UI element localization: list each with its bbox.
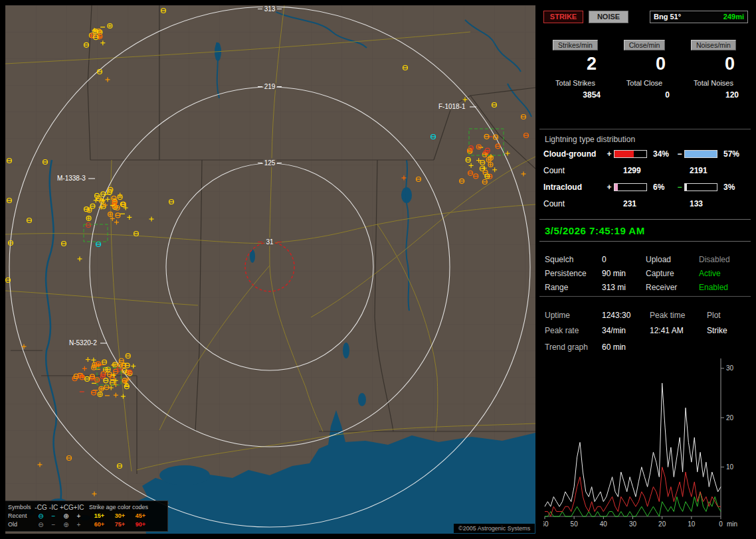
cg-count-label: Count: [543, 166, 623, 175]
total-close-value: 0: [610, 90, 679, 100]
receiver-value: Enabled: [699, 283, 745, 292]
ic-count-row: Count 231 133: [539, 195, 751, 212]
cg-plus-count: 1299: [623, 166, 690, 175]
close-column: Close/min 0 Total Close 0: [610, 40, 679, 100]
trend-window-value: 60 min: [602, 343, 745, 352]
age-15: 15+: [89, 512, 110, 520]
persistence-value: 90 min: [602, 269, 646, 278]
bearing-distance: 249mi: [723, 13, 744, 21]
svg-text:M-1338-3: M-1338-3: [57, 175, 86, 182]
trend-graph-label: Trend graph: [545, 343, 602, 352]
persistence-label: Persistence: [545, 269, 602, 278]
status-grid: Squelch 0 Upload Disabled Persistence 90…: [539, 248, 751, 292]
ic-plus-pct: 6%: [650, 183, 675, 192]
noises-per-min-value: 0: [679, 54, 748, 75]
strikes-per-min-button[interactable]: Strikes/min: [553, 40, 598, 50]
total-close-label: Total Close: [610, 79, 679, 87]
svg-text:40: 40: [600, 520, 608, 528]
total-noises-value: 120: [679, 90, 748, 100]
minus-sign: −: [675, 183, 684, 192]
cg-plus-bar: [614, 150, 647, 158]
distribution-title: Lightning type distribution: [539, 131, 751, 145]
status-sidebar: STRIKE NOISE Bng 51° 249mi Strikes/min 2…: [539, 5, 751, 534]
map-panel[interactable]: F-1018-1M-1338-3N-5320-231321912531 Symb…: [5, 5, 535, 534]
distribution-section: Lightning type distribution Cloud-ground…: [539, 131, 751, 212]
svg-text:50: 50: [571, 520, 579, 528]
legend-col-mic: -IC: [47, 503, 60, 512]
noises-column: Noises/min 0 Total Noises 120: [679, 40, 748, 100]
age-60: 60+: [89, 520, 110, 529]
stats-grid: Uptime 1243:30 Peak time Plot Peak rate …: [539, 301, 751, 335]
squelch-value: 0: [602, 255, 646, 264]
close-per-min-value: 0: [610, 54, 679, 75]
age-75: 75+: [110, 520, 130, 529]
svg-text:313: 313: [264, 5, 276, 13]
total-noises-label: Total Noises: [679, 79, 748, 87]
peak-time-value: 12:41 AM: [650, 326, 707, 335]
intracloud-row: Intracloud + 6% − 3%: [539, 179, 751, 195]
svg-text:10: 10: [688, 520, 696, 528]
peak-time-label: Peak time: [650, 311, 707, 320]
cg-minus-count: 2191: [690, 166, 747, 175]
legend-age-header: Strike age color codes: [89, 503, 151, 512]
receiver-label: Receiver: [646, 283, 699, 292]
ic-minus-count: 133: [690, 199, 747, 208]
plus-cg-old-icon: ⊕: [60, 520, 72, 529]
legend-symbols-header: Symbols: [8, 503, 35, 512]
plus-cg-recent-icon: ⊕: [60, 512, 72, 520]
noise-mode-button[interactable]: NOISE: [589, 11, 628, 23]
capture-value: Active: [699, 269, 745, 278]
ic-minus-bar: [684, 183, 717, 191]
age-45: 45+: [130, 512, 151, 520]
legend-old-row: Old⊖−⊕+60+75+90+: [8, 520, 165, 529]
minus-cg-old-icon: ⊖: [35, 520, 47, 529]
minus-ic-recent-icon: −: [47, 512, 60, 520]
cg-minus-pct: 57%: [720, 149, 747, 159]
squelch-label: Squelch: [545, 255, 602, 264]
total-strikes-value: 3854: [541, 90, 610, 100]
legend-old-label: Old: [8, 520, 35, 529]
map-canvas[interactable]: F-1018-1M-1338-3N-5320-231321912531: [5, 5, 535, 534]
mode-toolbar: STRIKE NOISE Bng 51° 249mi: [543, 9, 748, 24]
legend-recent-row: Recent⊖−⊕+15+30+45+: [8, 512, 165, 520]
age-90: 90+: [130, 520, 151, 529]
legend-col-mcg: -CG: [35, 503, 47, 512]
cloud-ground-row: Cloud-ground + 34% − 57%: [539, 145, 751, 162]
uptime-value: 1243:30: [602, 311, 650, 320]
intracloud-label: Intracloud: [543, 183, 605, 192]
uptime-label: Uptime: [545, 311, 602, 320]
strikes-column: Strikes/min 2 Total Strikes 3854: [541, 40, 610, 100]
divider: [539, 129, 751, 129]
strike-mode-button[interactable]: STRIKE: [543, 11, 583, 23]
datetime-section: 3/5/2026 7:45:19 AM: [539, 219, 751, 242]
bearing-readout: Bng 51° 249mi: [650, 11, 748, 23]
svg-text:30: 30: [726, 364, 734, 372]
svg-text:125: 125: [264, 159, 276, 167]
range-value: 313 mi: [602, 283, 646, 292]
svg-text:10: 10: [726, 463, 734, 471]
upload-label: Upload: [646, 255, 699, 264]
plus-ic-old-icon: +: [72, 520, 85, 529]
cg-plus-pct: 34%: [650, 149, 675, 159]
trend-graph: 1020306050403020100min: [543, 356, 747, 531]
datetime-display: 3/5/2026 7:45:19 AM: [545, 225, 645, 236]
divider: [539, 296, 751, 297]
noises-per-min-button[interactable]: Noises/min: [691, 40, 736, 50]
cg-minus-bar: [684, 150, 717, 158]
peak-rate-value: 34/min: [602, 326, 650, 335]
svg-text:0: 0: [719, 520, 723, 528]
plus-sign: +: [605, 183, 614, 192]
plot-label: Plot: [707, 311, 745, 320]
ic-plus-bar: [614, 183, 647, 191]
ic-count-label: Count: [543, 199, 623, 208]
minus-sign: −: [675, 149, 684, 159]
cloud-ground-label: Cloud-ground: [543, 149, 605, 159]
svg-text:F-1018-1: F-1018-1: [438, 103, 466, 110]
svg-text:N-5320-2: N-5320-2: [69, 339, 97, 346]
svg-text:20: 20: [658, 520, 666, 528]
ic-minus-pct: 3%: [720, 183, 747, 192]
close-per-min-button[interactable]: Close/min: [624, 40, 666, 50]
minus-ic-old-icon: −: [47, 520, 60, 529]
legend-col-pic: +IC: [72, 503, 85, 512]
legend-recent-label: Recent: [8, 512, 35, 520]
